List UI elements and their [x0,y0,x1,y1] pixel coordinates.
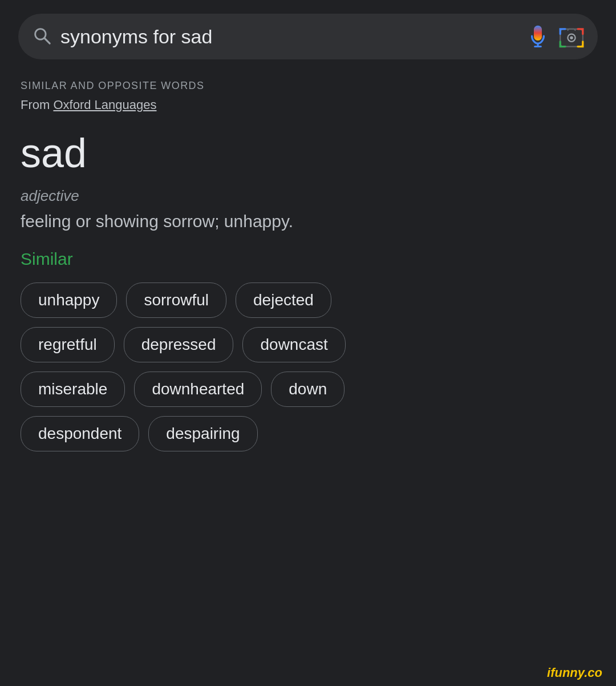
word-heading: sad [21,131,595,176]
synonym-chip-unhappy[interactable]: unhappy [21,283,117,318]
oxford-link[interactable]: Oxford Languages [53,98,156,112]
synonym-chip-sorrowful[interactable]: sorrowful [126,283,226,318]
synonyms-row-3: despondentdespairing [21,416,595,451]
search-query-text: synonyms for sad [60,26,517,48]
search-bar-container: synonyms for sad [0,0,616,71]
synonym-chip-regretful[interactable]: regretful [21,327,115,362]
synonyms-grid: unhappysorrowfuldejectedregretfuldepress… [21,283,595,451]
synonym-chip-despairing[interactable]: despairing [148,416,257,451]
synonyms-row-1: regretfuldepresseddowncast [21,327,595,362]
word-definition: feeling or showing sorrow; unhappy. [21,209,595,233]
synonym-chip-miserable[interactable]: miserable [21,372,125,407]
ifunny-watermark: ifunny.co [547,665,602,680]
similar-label: Similar [21,249,595,269]
section-label: SIMILAR AND OPPOSITE WORDS [21,80,595,92]
word-pos: adjective [21,187,595,205]
search-bar[interactable]: synonyms for sad [18,14,598,59]
content-area: SIMILAR AND OPPOSITE WORDS From Oxford L… [0,71,616,474]
synonyms-row-2: miserabledownhearteddown [21,372,595,407]
synonym-chip-downhearted[interactable]: downhearted [134,372,262,407]
camera-search-button[interactable] [559,24,584,49]
search-icon [32,26,51,48]
synonyms-row-0: unhappysorrowfuldejected [21,283,595,318]
synonym-chip-despondent[interactable]: despondent [21,416,139,451]
svg-point-10 [570,36,573,39]
voice-search-button[interactable] [526,25,550,49]
source-line: From Oxford Languages [21,98,595,112]
svg-line-1 [44,38,50,43]
source-prefix: From [21,98,53,112]
synonym-chip-downcast[interactable]: downcast [242,327,345,362]
synonym-chip-dejected[interactable]: dejected [236,283,331,318]
synonym-chip-down[interactable]: down [271,372,345,407]
synonym-chip-depressed[interactable]: depressed [124,327,234,362]
